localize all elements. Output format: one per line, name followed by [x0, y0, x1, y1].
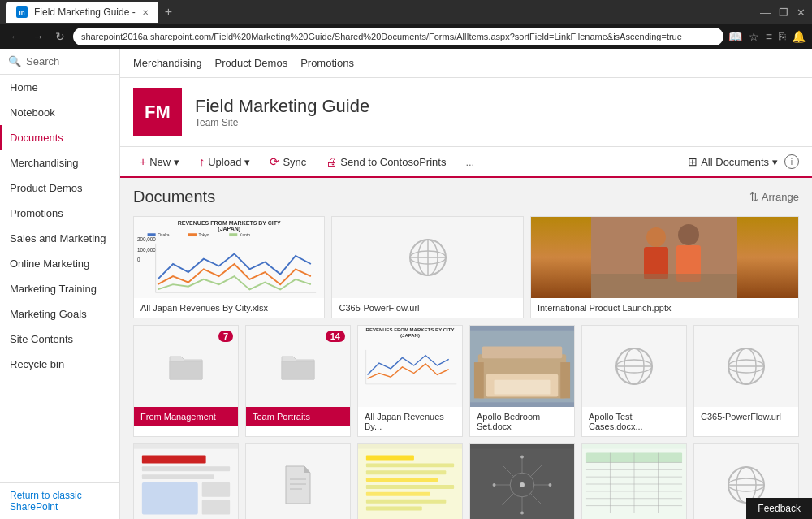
sidebar-item-sales-marketing[interactable]: Sales and Marketing: [0, 226, 119, 251]
svg-text:200,000: 200,000: [137, 236, 156, 242]
svg-rect-29: [560, 362, 570, 398]
arrange-button[interactable]: ⇅ Arrange: [749, 191, 799, 203]
doc-card-cr207[interactable]: CR-207 Product Overvie...: [469, 443, 575, 519]
svg-rect-3: [148, 233, 156, 236]
tab-close-button[interactable]: ✕: [142, 8, 149, 17]
doc-thumb-contoso-purchasing: [246, 444, 350, 519]
folder-badge-management: 7: [218, 331, 233, 342]
sidebar-search[interactable]: 🔍 Search: [0, 49, 119, 75]
folder-card-from-management[interactable]: 7 From Management: [133, 325, 239, 437]
sidebar-item-online-marketing[interactable]: Online Marketing: [0, 251, 119, 276]
doc-name-apollo-test: Apollo Test Cases.docx...: [582, 407, 686, 436]
share-icon[interactable]: ⎘: [779, 30, 785, 43]
site-header: FM Field Marketing Guide Team Site: [120, 78, 812, 147]
doc-card-powerflow-2[interactable]: C365-PowerFlow.url: [693, 325, 799, 437]
top-nav-product-demos[interactable]: Product Demos: [215, 50, 288, 76]
svg-point-70: [520, 511, 524, 514]
tab-bar: in Field Marketing Guide - ✕ + — ❐ ✕: [0, 0, 812, 24]
svg-text:Kanto: Kanto: [240, 233, 250, 237]
sidebar-item-promotions[interactable]: Promotions: [0, 201, 119, 226]
refresh-button[interactable]: ↻: [52, 30, 68, 43]
pdf-preview-svg: [134, 448, 238, 519]
folder-icon-portraits: [280, 348, 316, 384]
reading-view-icon[interactable]: 📖: [728, 30, 742, 43]
sidebar-item-recycle-bin[interactable]: Recycle bin: [0, 352, 119, 377]
sidebar: 🔍 Search Home Notebook Documents Merchan…: [0, 49, 120, 519]
sidebar-item-notebook[interactable]: Notebook: [0, 100, 119, 125]
top-nav-merchandising[interactable]: Merchandising: [133, 50, 202, 76]
address-bar[interactable]: sharepoint2016a.sharepoint.com/Field%20M…: [73, 28, 723, 45]
sidebar-item-product-demos[interactable]: Product Demos: [0, 175, 119, 201]
favorites-icon[interactable]: ☆: [749, 30, 759, 43]
doc-card-contract-proposals[interactable]: Contract Proposals.d...: [357, 443, 463, 519]
browser-nav: ← → ↻ sharepoint2016a.sharepoint.com/Fie…: [0, 24, 812, 49]
doc-name-japan-revenues-1: All Japan Revenues By City.xlsx: [134, 298, 324, 318]
all-docs-grid-icon: ⊞: [688, 155, 698, 168]
top-row-cards: REVENUES FROM MARKETS BY CITY(JAPAN) 200…: [133, 216, 799, 318]
doc-card-intl-launch[interactable]: International Product Launch.pptx: [530, 216, 799, 318]
documents-title: Documents: [133, 188, 215, 206]
doc-card-apollo-test[interactable]: Apollo Test Cases.docx...: [581, 325, 687, 437]
site-subtitle: Team Site: [195, 117, 369, 128]
site-logo: FM: [133, 88, 182, 136]
more-options-button[interactable]: ...: [459, 153, 481, 171]
svg-point-69: [520, 456, 524, 459]
feedback-button[interactable]: Feedback: [746, 498, 812, 519]
sync-button[interactable]: ⟳ Sync: [263, 152, 313, 171]
doc-card-powerflow-1[interactable]: C365-PowerFlow.url: [331, 216, 523, 318]
notifications-icon[interactable]: 🔔: [792, 30, 806, 43]
doc-card-japan-revenues-1[interactable]: REVENUES FROM MARKETS BY CITY(JAPAN) 200…: [133, 216, 325, 318]
doc-thumb-globe-2: [582, 326, 686, 407]
top-nav-promotions[interactable]: Promotions: [300, 50, 354, 76]
upload-button[interactable]: ↑ Upload ▾: [192, 152, 257, 171]
close-button[interactable]: ✕: [797, 6, 806, 19]
doc-name-intl-launch: International Product Launch.pptx: [531, 298, 798, 318]
dandelion-svg: [470, 448, 574, 519]
sidebar-item-marketing-training[interactable]: Marketing Training: [0, 276, 119, 301]
send-to-button[interactable]: 🖨 Send to ContosoPrints: [319, 152, 452, 171]
doc-card-japan-revenues-2[interactable]: REVENUES FROM MARKETS BY CITY(JAPAN) All…: [357, 325, 463, 437]
site-title: Field Marketing Guide: [195, 96, 369, 117]
info-button[interactable]: i: [784, 154, 799, 169]
forward-button[interactable]: →: [29, 30, 47, 43]
chart-thumbnail-1: REVENUES FROM MARKETS BY CITY(JAPAN) 200…: [134, 217, 324, 298]
doc-name-powerflow-1: C365-PowerFlow.url: [332, 298, 522, 318]
doc-card-contoso-purchasing[interactable]: Contoso Purchasing Pro...: [245, 443, 351, 519]
top-nav: Merchandising Product Demos Promotions: [120, 49, 812, 78]
svg-rect-55: [366, 492, 430, 496]
globe-svg-2: [614, 346, 654, 387]
svg-text:Osaka: Osaka: [158, 233, 170, 237]
restore-button[interactable]: ❐: [779, 6, 788, 19]
svg-rect-30: [495, 380, 551, 395]
all-documents-button[interactable]: ⊞ All Documents ▾: [688, 155, 778, 168]
return-classic-sharepoint[interactable]: Return to classic SharePoint: [0, 482, 119, 519]
minimize-button[interactable]: —: [760, 6, 771, 19]
doc-card-contoso-product[interactable]: Contoso Product Laun...: [133, 443, 239, 519]
active-tab[interactable]: in Field Marketing Guide - ✕: [6, 2, 158, 23]
sidebar-item-merchandising[interactable]: Merchandising: [0, 150, 119, 175]
folder-card-team-portraits[interactable]: 14 Team Portraits: [245, 325, 351, 437]
tab-favicon: in: [16, 6, 28, 18]
new-button[interactable]: + New ▾: [133, 152, 186, 171]
doc-thumb-globe-1: [332, 217, 522, 298]
sidebar-item-home[interactable]: Home: [0, 75, 119, 100]
bedroom-svg: [470, 330, 574, 403]
svg-point-17: [646, 227, 666, 247]
back-button[interactable]: ←: [6, 30, 24, 43]
doc-card-apollo-bedroom[interactable]: Apollo Bedroom Set.docx: [469, 325, 575, 437]
tab-label: Field Marketing Guide -: [34, 6, 136, 18]
sidebar-item-documents[interactable]: Documents: [0, 125, 119, 150]
browser-chrome: in Field Marketing Guide - ✕ + — ❐ ✕ ← →…: [0, 0, 812, 49]
doc-card-employee-health[interactable]: Employee Health Accou...: [581, 443, 687, 519]
sidebar-item-site-contents[interactable]: Site Contents: [0, 327, 119, 352]
globe-svg-3: [726, 346, 767, 387]
folder-name-portraits: Team Portraits: [246, 407, 350, 426]
new-tab-button[interactable]: +: [162, 5, 175, 19]
doc-thumb-spreadsheet: [582, 444, 686, 519]
doc-name-japan-revenues-2: All Japan Revenues By...: [358, 407, 462, 436]
hub-icon[interactable]: ≡: [766, 30, 772, 43]
spreadsheet-svg: [582, 448, 686, 519]
people-svg: [591, 217, 737, 298]
doc-icon-purchasing: [282, 465, 314, 505]
sidebar-item-marketing-goals[interactable]: Marketing Goals: [0, 301, 119, 327]
